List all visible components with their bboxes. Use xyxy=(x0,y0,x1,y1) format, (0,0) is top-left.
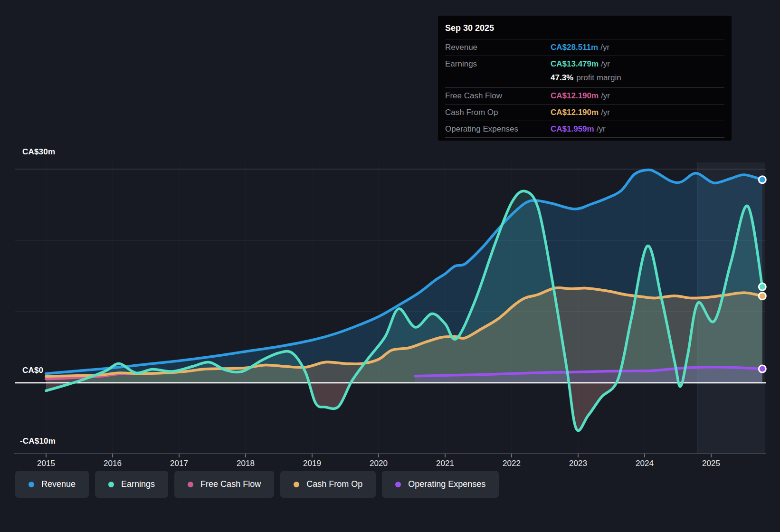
x-axis-label-2015: 2015 xyxy=(37,459,55,468)
revenue-value: CA$28.511m xyxy=(551,43,598,52)
legend-item-free-cash-flow[interactable]: Free Cash Flow xyxy=(174,471,274,498)
legend-item-operating-expenses[interactable]: Operating Expenses xyxy=(382,471,499,498)
chart-tooltip: Sep 30 2025 Revenue CA$28.511m /yr Earni… xyxy=(438,16,732,141)
earnings-value: CA$13.479m xyxy=(551,59,599,69)
legend-item-earnings[interactable]: Earnings xyxy=(95,471,168,498)
opex-dot-icon xyxy=(395,482,401,487)
legend-item-cash-from-op[interactable]: Cash From Op xyxy=(280,471,376,498)
x-axis-label-2017: 2017 xyxy=(170,459,188,468)
endpoint-dot-operating-expenses xyxy=(759,365,766,372)
opex-value: CA$1.959m xyxy=(551,124,594,134)
endpoint-dot-cash-from-op xyxy=(759,293,766,300)
x-axis-label-2025: 2025 xyxy=(702,459,720,468)
earnings-dot-icon xyxy=(108,482,114,487)
tooltip-row-fcf: Free Cash Flow CA$12.190m /yr xyxy=(445,87,724,104)
tooltip-date: Sep 30 2025 xyxy=(445,19,724,39)
tooltip-profit-margin: 47.3% profit margin xyxy=(445,72,724,87)
x-axis-label-2022: 2022 xyxy=(503,459,521,468)
endpoint-dot-earnings xyxy=(759,283,766,290)
chart-legend: Revenue Earnings Free Cash Flow Cash Fro… xyxy=(15,471,499,498)
x-axis-label-2020: 2020 xyxy=(370,459,388,468)
cashop-dot-icon xyxy=(294,482,299,487)
tooltip-row-earnings: Earnings CA$13.479m /yr xyxy=(445,56,724,72)
endpoint-dot-revenue xyxy=(759,176,766,183)
legend-item-revenue[interactable]: Revenue xyxy=(15,471,89,498)
tooltip-row-cashop: Cash From Op CA$12.190m /yr xyxy=(445,104,724,121)
x-axis-label-2023: 2023 xyxy=(569,459,587,468)
tooltip-row-revenue: Revenue CA$28.511m /yr xyxy=(445,39,724,56)
x-axis-label-2021: 2021 xyxy=(436,459,454,468)
fcf-dot-icon xyxy=(188,482,193,487)
y-axis-label-0: CA$0 xyxy=(22,366,43,375)
x-axis-label-2019: 2019 xyxy=(303,459,321,468)
x-axis-label-2016: 2016 xyxy=(104,459,122,468)
x-axis-label-2018: 2018 xyxy=(237,459,255,468)
y-axis-label-30m: CA$30m xyxy=(22,147,55,157)
stock-financials-chart: CA$30m CA$0 -CA$10m 20152016201720182019… xyxy=(0,0,780,532)
revenue-dot-icon xyxy=(29,482,34,487)
fcf-value: CA$12.190m xyxy=(551,91,599,101)
x-axis-label-2024: 2024 xyxy=(636,459,654,468)
cashop-value: CA$12.190m xyxy=(551,108,599,117)
tooltip-row-opex: Operating Expenses CA$1.959m /yr xyxy=(445,121,724,138)
y-axis-label-neg10m: -CA$10m xyxy=(20,437,56,446)
